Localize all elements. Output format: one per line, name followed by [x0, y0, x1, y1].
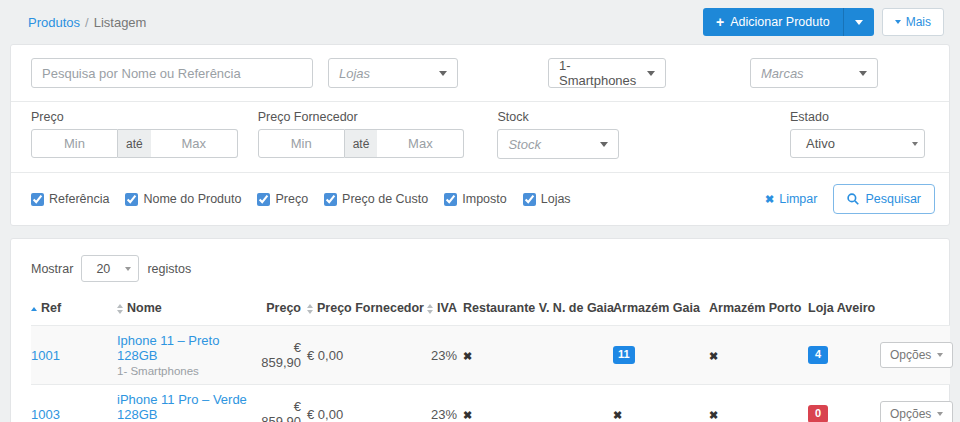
preco-fornecedor-label: Preço Fornecedor	[258, 110, 465, 124]
column-checkbox[interactable]: Referência	[31, 192, 109, 206]
product-iva: 23%	[419, 326, 463, 385]
more-button[interactable]: Mais	[882, 8, 944, 36]
estado-label: Estado	[790, 110, 925, 124]
x-icon: ✖	[765, 193, 774, 206]
stock-placeholder: Stock	[508, 137, 541, 152]
column-header-armaz-m-gaia[interactable]: Armazém Gaia	[613, 295, 709, 326]
breadcrumb-produtos-link[interactable]: Produtos	[28, 15, 80, 30]
registos-label: registos	[147, 262, 191, 276]
checkbox-input[interactable]	[257, 193, 270, 206]
table-row: 1003 iPhone 11 Pro – Verde 128GB 1- Smar…	[31, 385, 950, 422]
checkbox-label: Referência	[49, 192, 109, 206]
column-checkbox[interactable]: Nome do Produto	[125, 192, 241, 206]
no-stock-x-icon: ✖	[463, 350, 472, 362]
search-icon	[847, 193, 859, 205]
column-header-restaurante-v-n-de-gaia[interactable]: Restaurante V. N. de Gaia	[463, 295, 613, 326]
caret-down-icon	[125, 267, 131, 271]
checkbox-input[interactable]	[324, 193, 337, 206]
opcoes-button[interactable]: Opções	[880, 342, 953, 368]
column-checkbox[interactable]: Imposto	[444, 192, 506, 206]
checkbox-input[interactable]	[125, 193, 138, 206]
product-name-link[interactable]: iPhone 11 Pro – Verde 128GB	[117, 392, 247, 422]
caret-down-icon	[855, 20, 863, 25]
page-size-value: 20	[96, 262, 110, 276]
preco-fornecedor-min-input[interactable]	[258, 129, 345, 158]
add-product-label: Adicionar Produto	[730, 15, 829, 29]
add-product-button[interactable]: + Adicionar Produto	[703, 8, 843, 36]
caret-down-icon	[937, 353, 943, 357]
stock-dropdown[interactable]: Stock	[497, 129, 619, 159]
checkbox-input[interactable]	[444, 193, 457, 206]
search-input[interactable]	[31, 58, 313, 88]
caret-down-icon	[912, 142, 918, 146]
pesquisar-button[interactable]: Pesquisar	[833, 184, 935, 214]
category-dropdown[interactable]: 1- Smartphones	[548, 58, 666, 88]
stock-filter-group: Stock Stock	[497, 110, 619, 159]
product-name-link[interactable]: Iphone 11 – Preto 128GB	[117, 333, 219, 363]
filter-row-ranges: Preço até Preço Fornecedor até Stock Sto…	[11, 101, 949, 172]
filter-panel: Lojas 1- Smartphones Marcas Preço até Pr…	[10, 44, 950, 226]
caret-down-icon	[647, 71, 655, 76]
no-stock-x-icon: ✖	[709, 409, 718, 421]
marcas-placeholder: Marcas	[761, 66, 804, 81]
checkbox-label: Imposto	[462, 192, 506, 206]
add-product-split-button: + Adicionar Produto	[703, 8, 874, 36]
product-ref-link[interactable]: 1003	[31, 407, 60, 422]
caret-down-icon	[439, 71, 447, 76]
stock-cell-armazem-gaia: ✖	[613, 385, 709, 422]
caret-down-icon	[937, 412, 943, 416]
preco-max-input[interactable]	[151, 129, 238, 158]
limpar-link[interactable]: ✖ Limpar	[765, 192, 817, 206]
no-stock-x-icon: ✖	[463, 409, 472, 421]
column-header-pre-o-fornecedor[interactable]: Preço Fornecedor	[307, 295, 419, 326]
no-stock-x-icon: ✖	[709, 350, 718, 362]
stock-cell-restaurante: ✖	[463, 326, 613, 385]
stock-cell-armazem-porto: ✖	[709, 385, 808, 422]
sort-asc-icon	[31, 307, 37, 311]
results-panel: Mostrar 20 registos RefNomePreçoPreço Fo…	[10, 238, 950, 422]
column-checkbox[interactable]: Preço	[257, 192, 308, 206]
column-header-loja-aveiro[interactable]: Loja Aveiro	[808, 295, 880, 326]
sort-both-icon	[427, 304, 433, 314]
category-value: 1- Smartphones	[559, 58, 647, 88]
preco-fornecedor-max-input[interactable]	[377, 129, 464, 158]
estado-value: Ativo	[806, 136, 835, 151]
opcoes-label: Opções	[890, 348, 931, 362]
header-actions: + Adicionar Produto Mais	[703, 8, 948, 36]
pesquisar-label: Pesquisar	[865, 192, 921, 206]
product-price: € 859,90	[259, 326, 307, 385]
marcas-dropdown[interactable]: Marcas	[750, 58, 878, 88]
column-header-ref[interactable]: Ref	[31, 295, 117, 326]
no-stock-x-icon: ✖	[613, 409, 622, 421]
checkbox-input[interactable]	[523, 193, 536, 206]
stock-cell-armazem-gaia: 11	[613, 326, 709, 385]
page-size-select[interactable]: 20	[81, 255, 139, 282]
caret-down-icon	[600, 142, 608, 147]
column-header-actions	[880, 295, 950, 326]
column-checkbox[interactable]: Lojas	[523, 192, 571, 206]
opcoes-button[interactable]: Opções	[880, 401, 953, 422]
checkbox-label: Preço	[275, 192, 308, 206]
stock-cell-loja-aveiro: 4	[808, 326, 880, 385]
column-header-nome[interactable]: Nome	[117, 295, 259, 326]
preco-min-input[interactable]	[31, 129, 118, 158]
column-header-iva[interactable]: IVA	[419, 295, 463, 326]
estado-select[interactable]: Ativo	[790, 129, 925, 158]
checkbox-label: Nome do Produto	[143, 192, 241, 206]
mostrar-label: Mostrar	[31, 262, 73, 276]
add-product-dropdown-toggle[interactable]	[843, 8, 874, 36]
column-header-armaz-m-porto[interactable]: Armazém Porto	[709, 295, 808, 326]
stock-cell-restaurante: ✖	[463, 385, 613, 422]
stock-badge: 0	[808, 405, 828, 422]
stock-badge: 4	[808, 346, 828, 364]
top-bar: Produtos/Listagem + Adicionar Produto Ma…	[0, 0, 960, 42]
column-checkbox[interactable]: Preço de Custo	[324, 192, 428, 206]
lojas-dropdown[interactable]: Lojas	[328, 58, 458, 88]
preco-label: Preço	[31, 110, 238, 124]
product-ref-link[interactable]: 1001	[31, 348, 60, 363]
product-supplier-price: € 0,00	[307, 326, 419, 385]
checkbox-input[interactable]	[31, 193, 44, 206]
product-supplier-price: € 0,00	[307, 385, 419, 422]
column-header-pre-o[interactable]: Preço	[259, 295, 307, 326]
stock-badge: 11	[613, 346, 635, 364]
